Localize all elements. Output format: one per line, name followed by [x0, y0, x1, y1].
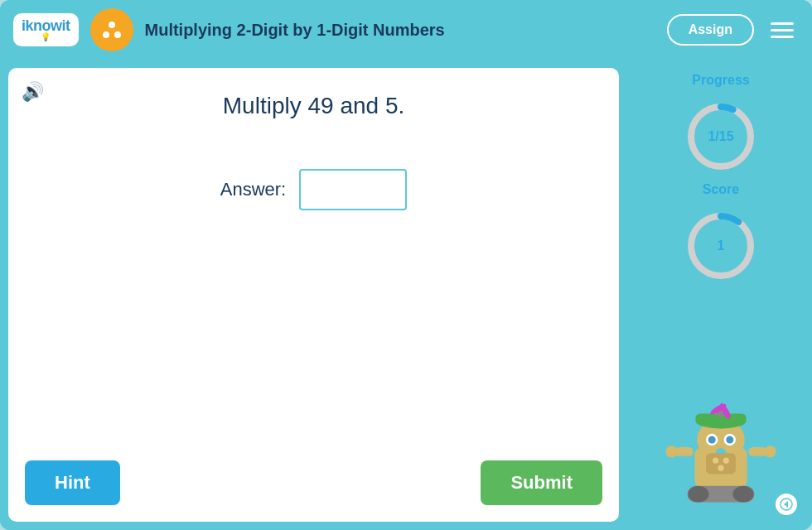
panel-divider [627, 68, 630, 522]
score-circle: 1 [684, 209, 758, 283]
svg-point-20 [665, 446, 677, 457]
svg-point-27 [713, 458, 718, 464]
back-button[interactable] [774, 492, 799, 517]
svg-marker-31 [784, 501, 788, 508]
score-value: 1 [718, 238, 725, 253]
hint-button[interactable]: Hint [25, 460, 120, 505]
answer-input[interactable] [299, 169, 407, 210]
assign-button[interactable]: Assign [667, 14, 754, 46]
robot-character [655, 373, 787, 522]
back-icon [780, 498, 793, 511]
svg-point-16 [708, 436, 716, 444]
logo-box: iknowit 💡 [13, 13, 79, 46]
progress-label: Progress [692, 73, 749, 88]
submit-button[interactable]: Submit [481, 460, 602, 505]
svg-point-17 [726, 436, 733, 444]
lesson-title: Multiplying 2-Digit by 1-Digit Numbers [145, 21, 655, 40]
dots-icon [99, 17, 125, 43]
bottom-buttons: Hint Submit [25, 460, 602, 505]
svg-point-24 [688, 486, 708, 503]
progress-value: 1/15 [708, 129, 733, 144]
menu-button[interactable] [766, 17, 799, 43]
logo-bulb: 💡 [41, 33, 51, 41]
menu-line-1 [771, 22, 794, 25]
app-container: iknowit 💡 Multiplying 2-Digit by 1-Digit… [0, 0, 812, 530]
progress-circle: 1/15 [684, 99, 758, 174]
right-panel: Progress 1/15 Score 1 [638, 68, 804, 522]
svg-point-29 [718, 465, 723, 471]
answer-row: Answer: [25, 169, 602, 210]
score-label: Score [703, 182, 739, 197]
svg-point-22 [764, 446, 776, 457]
svg-point-2 [114, 31, 121, 38]
logo-wrapper: iknowit 💡 [22, 18, 70, 41]
lesson-icon [90, 8, 133, 51]
menu-line-2 [771, 29, 794, 31]
question-text: Multiply 49 and 5. [25, 93, 602, 119]
logo-text: iknowit [22, 18, 70, 33]
svg-point-0 [109, 22, 115, 28]
menu-line-3 [771, 36, 794, 38]
svg-point-25 [732, 486, 753, 503]
sound-icon[interactable]: 🔊 [22, 81, 44, 103]
left-panel: 🔊 Multiply 49 and 5. Answer: Hint Submit [8, 68, 619, 522]
main-content: 🔊 Multiply 49 and 5. Answer: Hint Submit… [0, 60, 812, 530]
svg-point-1 [103, 31, 109, 38]
svg-point-28 [723, 458, 729, 464]
header: iknowit 💡 Multiplying 2-Digit by 1-Digit… [0, 0, 812, 60]
answer-label: Answer: [220, 179, 286, 200]
